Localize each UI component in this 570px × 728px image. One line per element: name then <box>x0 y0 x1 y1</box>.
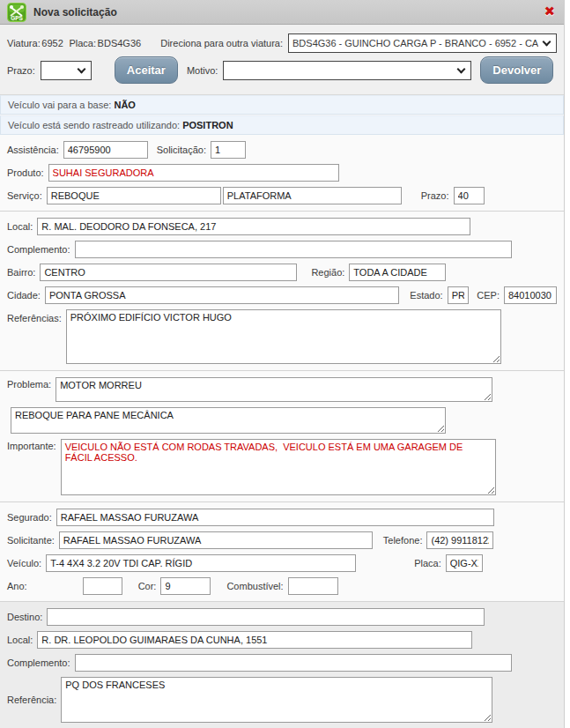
telefone-field[interactable] <box>426 531 493 549</box>
solicitacao-field[interactable] <box>211 141 246 159</box>
devolver-button[interactable]: Devolver <box>480 56 553 84</box>
destino-label: Destino: <box>7 612 42 622</box>
gps-app-icon: GPS <box>7 3 26 22</box>
tracking-label: Veículo está sendo rastreado utilizando: <box>8 120 180 130</box>
produto-label: Produto: <box>7 167 44 178</box>
origin-bairro-label: Bairro: <box>7 267 35 278</box>
produto-field[interactable] <box>48 164 339 182</box>
veiculo-label: Veículo: <box>7 558 41 568</box>
ano-label: Ano: <box>7 581 27 591</box>
veiculo-placa-label: Placa: <box>414 558 441 568</box>
telefone-label: Telefone: <box>383 535 423 546</box>
prazo-label: Prazo: <box>421 190 449 201</box>
base-label: Veículo vai para a base: <box>8 100 111 110</box>
tracking-value: POSITRON <box>182 120 233 130</box>
dispatch-controls: Viatura: 6952 Placa: BDS4G36 Direciona p… <box>0 25 564 95</box>
origin-estado-field[interactable] <box>448 286 469 304</box>
placa-value: BDS4G36 <box>98 38 142 48</box>
segurado-field[interactable] <box>56 509 494 526</box>
client-section: Segurado: Solicitante: Telefone: Veículo… <box>0 502 564 602</box>
base-info-bar: Veículo vai para a base: NÃO <box>0 95 564 115</box>
prazo-field[interactable] <box>454 187 485 204</box>
new-request-window: GPS Nova solicitação ✖ Viatura: 6952 Pla… <box>0 0 565 728</box>
chevron-down-icon <box>457 64 466 73</box>
ano-field[interactable] <box>83 577 122 595</box>
problem-section: Problema: MOTOR MORREU REBOQUE PARA PANE… <box>0 371 564 502</box>
viatura-value: 6952 <box>41 38 63 48</box>
origin-cep-field[interactable] <box>504 286 557 304</box>
veiculo-field[interactable] <box>46 554 356 572</box>
problema-detalhe-field[interactable]: REBOQUE PARA PANE MECÂNICA <box>11 407 446 434</box>
origin-section: Local: Complemento: Bairro: Região: Cida… <box>0 212 564 371</box>
segurado-label: Segurado: <box>7 512 52 523</box>
combustivel-field[interactable] <box>288 577 338 595</box>
problema-label: Problema: <box>7 379 51 390</box>
cor-label: Cor: <box>138 581 157 591</box>
chevron-down-icon <box>77 64 85 73</box>
importante-label: Importante: <box>7 441 56 451</box>
solicitacao-label: Solicitação: <box>157 145 206 155</box>
viatura-label: Viatura: <box>7 38 41 48</box>
direciona-label: Direciona para outra viatura: <box>160 38 283 48</box>
origin-referencias-field[interactable]: PRÓXIMO EDIFÍCIO VICTOR HUGO <box>66 309 501 364</box>
origin-referencias-label: Referências: <box>7 313 62 323</box>
origin-regiao-label: Região: <box>311 267 344 278</box>
origin-local-label: Local: <box>7 221 33 232</box>
destination-section: Destino: Local: Complemento: Referência:… <box>0 602 564 728</box>
dest-local-label: Local: <box>7 635 33 645</box>
aceitar-button[interactable]: Aceitar <box>115 56 178 84</box>
assistencia-field[interactable] <box>63 141 148 159</box>
origin-complemento-label: Complemento: <box>7 244 70 255</box>
origin-cep-label: CEP: <box>477 290 500 301</box>
origin-cidade-label: Cidade: <box>7 290 41 301</box>
dest-complemento-field[interactable] <box>75 654 512 672</box>
direciona-select[interactable]: BDS4G36 - GUINCHO CARGA P - BRANCO - 695… <box>288 33 557 53</box>
request-section: Assistência: Solicitação: Produto: Servi… <box>0 135 564 212</box>
prazo-select-label: Prazo: <box>7 65 35 76</box>
combustivel-label: Combustível: <box>226 581 283 591</box>
servico-field[interactable] <box>47 187 221 204</box>
servico-label: Serviço: <box>7 190 42 201</box>
origin-complemento-field[interactable] <box>75 241 512 258</box>
dest-local-field[interactable] <box>37 631 472 649</box>
origin-estado-label: Estado: <box>410 290 442 301</box>
origin-regiao-field[interactable] <box>349 264 446 281</box>
dest-referencia-field[interactable]: PQ DOS FRANCESES <box>61 677 492 723</box>
dest-complemento-label: Complemento: <box>7 657 70 668</box>
solicitante-label: Solicitante: <box>7 535 55 546</box>
problema-field[interactable]: MOTOR MORREU <box>56 377 492 402</box>
dest-referencia-label: Referência: <box>7 695 56 705</box>
svg-text:GPS: GPS <box>11 15 23 21</box>
tracking-info-bar: Veículo está sendo rastreado utilizando:… <box>0 115 564 135</box>
destino-field[interactable] <box>47 608 485 626</box>
close-icon[interactable]: ✖ <box>544 4 555 19</box>
servico-tipo-field[interactable] <box>223 187 402 204</box>
motivo-select[interactable] <box>223 61 471 80</box>
assistencia-label: Assistência: <box>7 145 59 155</box>
page-title: Nova solicitação <box>33 6 117 19</box>
title-bar: GPS Nova solicitação ✖ <box>0 0 564 25</box>
placa-label: Placa: <box>69 38 96 48</box>
motivo-label: Motivo: <box>187 65 218 76</box>
prazo-select[interactable] <box>41 61 92 80</box>
veiculo-placa-field[interactable] <box>446 554 483 572</box>
solicitante-field[interactable] <box>59 531 373 549</box>
direciona-selected-value: BDS4G36 - GUINCHO CARGA P - BRANCO - 695… <box>292 38 538 48</box>
cor-field[interactable] <box>160 577 211 595</box>
origin-bairro-field[interactable] <box>40 264 297 281</box>
importante-field[interactable]: VEICULO NÃO ESTÁ COM RODAS TRAVADAS, VEI… <box>61 439 496 495</box>
origin-cidade-field[interactable] <box>45 286 399 304</box>
chevron-down-icon <box>543 38 551 47</box>
base-value: NÃO <box>114 100 135 110</box>
origin-local-field[interactable] <box>37 218 470 235</box>
